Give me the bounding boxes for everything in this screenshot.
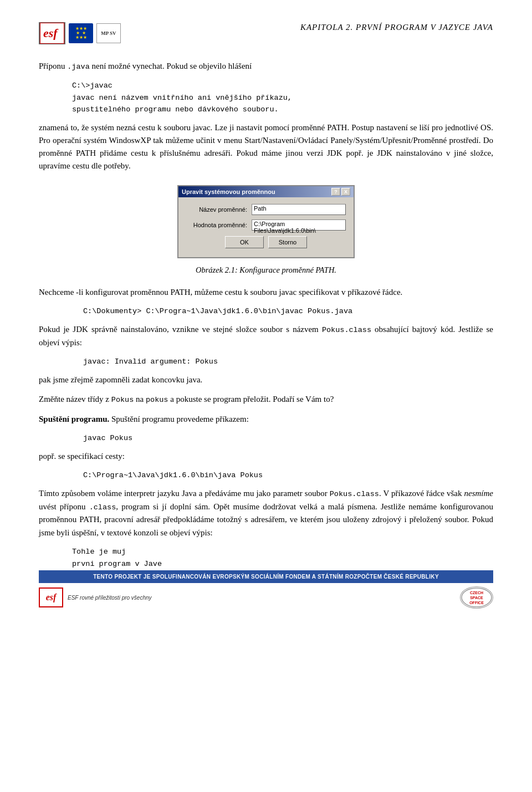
paragraph-7-bold: Spuštění programu. [39, 415, 109, 423]
mp-logo: MP SV [96, 23, 121, 43]
code-invalid-argument: javac: Invalid argument: Pokus [83, 356, 493, 368]
paragraph-5: pak jsme zřejmě zapomněli zadat koncovku… [39, 374, 493, 386]
final-code-line-2: prvni program v Jave [72, 558, 493, 570]
code-block-final: Tohle je muj prvni program v Jave [72, 546, 493, 570]
dialog-titlebar-buttons: ? X [331, 188, 350, 196]
paragraph-9: Tímto způsobem voláme interpretr jazyku … [39, 487, 493, 539]
footer-esf-text: ESF rovné příležitosti pro všechny [68, 595, 152, 601]
paragraph-3: Nechceme -li konfigurovat proměnnou PATH… [39, 286, 493, 299]
code-line-1: C:\>javac [72, 80, 493, 92]
dialog-titlebar: Upravit systémovou proměnnou ? X [178, 186, 354, 197]
footer-esf-logos: esf ESF rovné příležitosti pro všechny [39, 587, 152, 607]
paragraph-8: popř. se specifikací cesty: [39, 450, 493, 463]
chapter-title: KAPITOLA 2. PRVNÍ PROGRAM V JAZYCE JAVA [300, 23, 493, 32]
dialog-cancel-button[interactable]: Storno [268, 236, 307, 248]
main-content: Příponu .java není možné vynechat. Pokud… [39, 60, 493, 570]
svg-text:OFFICE: OFFICE [469, 601, 484, 605]
svg-text:esf: esf [43, 26, 59, 40]
dialog-label-value: Hodnota proměnné: [186, 222, 247, 228]
dialog-title: Upravit systémovou proměnnou [182, 188, 275, 195]
code-line-3: spustitelného programu nebo dávkového so… [72, 104, 493, 116]
eu-logo: ★★★★ ★★★★ [69, 23, 93, 43]
code-javac-pokus: javac Pokus [83, 432, 493, 444]
dialog-container: Upravit systémovou proměnnou ? X Název p… [39, 185, 493, 258]
dialog-input-name[interactable]: Path [252, 204, 346, 215]
page-footer: TENTO PROJEKT JE SPOLUFINANCOVÁN EVROPSK… [0, 570, 532, 620]
footer-bottom: esf ESF rovné příležitosti pro všechny C… [39, 586, 493, 609]
code-java-pokus-path: C:\Progra~1\Java\jdk1.6.0\bin\java Pokus [83, 469, 493, 482]
footer-cso-logo: CZECH SPACE OFFICE [460, 586, 493, 609]
footer-esf-logo-box: esf [39, 587, 63, 607]
dialog-label-name: Název proměnné: [186, 206, 247, 213]
paragraph-6: Změňte název třídy z Pokus na pokus a po… [39, 393, 493, 406]
figure-caption: Obrázek 2.1: Konfigurace proměnné PATH. [39, 264, 493, 276]
paragraph-1: Příponu .java není možné vynechat. Pokud… [39, 60, 493, 73]
dialog-question-button[interactable]: ? [331, 188, 340, 196]
system-variable-dialog: Upravit systémovou proměnnou ? X Název p… [177, 185, 355, 258]
italic-nesmi: nesmíme [464, 489, 494, 498]
dialog-content: Název proměnné: Path Hodnota proměnné: C… [178, 197, 354, 257]
svg-text:CZECH: CZECH [470, 591, 483, 595]
dialog-row-value: Hodnota proměnné: C:\Program Files\Java\… [186, 219, 346, 231]
dialog-buttons: OK Storno [186, 236, 346, 252]
paragraph-7: Spuštění programu. Spuštění programu pro… [39, 413, 493, 426]
dialog-row-name: Název proměnné: Path [186, 204, 346, 215]
page-header: esf ★★★★ ★★★★ MP SV KAPITOLA 2. PRVNÍ PR… [39, 22, 493, 44]
eu-stars-icon: ★★★★ ★★★★ [75, 27, 87, 40]
svg-text:SPACE: SPACE [470, 596, 483, 600]
footer-banner: TENTO PROJEKT JE SPOLUFINANCOVÁN EVROPSK… [39, 570, 493, 583]
logos-group: esf ★★★★ ★★★★ MP SV [39, 22, 121, 44]
dialog-input-value[interactable]: C:\Program Files\Java\jdk1.6.0\bin\ [252, 219, 346, 231]
paragraph-4: Pokud je JDK správně nainstalováno, vzni… [39, 323, 493, 349]
esf-logo: esf [39, 22, 65, 44]
code-block-javac-error: C:\>javac javac není názvem vnitřního an… [72, 80, 493, 116]
paragraph-2: znamená to, že systém nezná cestu k soub… [39, 121, 493, 173]
code-javac-command: C:\Dokumenty> C:\Progra~1\Java\jdk1.6.0\… [83, 305, 493, 318]
dialog-close-button[interactable]: X [341, 188, 350, 196]
code-line-2: javac není názvem vnitřního ani vnějšího… [72, 92, 493, 104]
final-code-line-1: Tohle je muj [72, 546, 493, 558]
dialog-ok-button[interactable]: OK [225, 236, 264, 248]
